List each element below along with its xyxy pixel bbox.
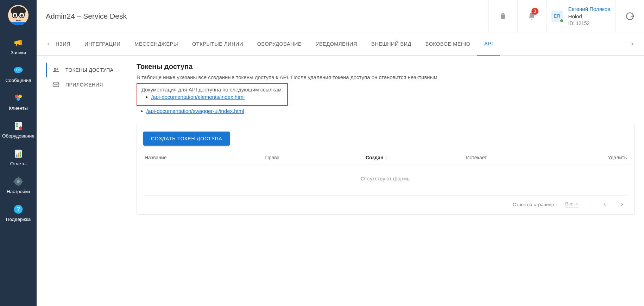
help-icon: ? [12, 203, 24, 215]
tab-notifications[interactable]: УВЕДОМЛЕНИЯ [309, 32, 364, 56]
main: Admin24 – Service Desk 3 ЕП Евгений Поля… [37, 0, 644, 306]
svg-rect-19 [16, 155, 18, 157]
logout-button[interactable] [615, 0, 644, 32]
doc-link-elements[interactable]: /api-documentation/elements/index.html [151, 94, 245, 100]
svg-rect-27 [21, 181, 23, 182]
mail-icon [52, 81, 61, 89]
doc-label: Документация для API доступна по следующ… [141, 87, 283, 93]
subnav-item-apps[interactable]: ПРИЛОЖЕНИЯ [46, 77, 137, 92]
page-title: Токены доступа [137, 63, 635, 71]
rows-per-page-label: Строк на странице: [513, 202, 555, 207]
svg-point-8 [16, 69, 17, 70]
content: Токены доступа В таблице ниже указаны вс… [137, 63, 635, 299]
sidebar-label: Сообщения [5, 78, 31, 83]
user-id: ID: 12152 [568, 20, 610, 27]
tab-messengers[interactable]: МЕССЕНДЖЕРЫ [127, 32, 185, 56]
sidebar-label: Поддержка [6, 217, 31, 222]
doc-highlight-box: Документация для API доступна по следующ… [137, 83, 288, 106]
rows-per-page-select[interactable]: Все [565, 201, 579, 208]
sidebar-item-clients[interactable]: Клиенты [0, 88, 37, 116]
tab-api[interactable]: API [477, 32, 500, 56]
notification-badge: 3 [531, 8, 538, 15]
svg-rect-24 [18, 177, 19, 178]
sidebar-item-tickets[interactable]: Заявки [0, 32, 37, 60]
col-delete: Удалить [567, 155, 627, 160]
svg-point-9 [18, 69, 19, 70]
chevron-down-icon [575, 202, 579, 206]
user-name-link[interactable]: Евгений Поляков [568, 5, 610, 13]
user-initials-avatar: ЕП [551, 11, 563, 22]
svg-point-4 [14, 14, 16, 17]
gear-icon [12, 176, 24, 187]
trash-icon [499, 12, 507, 20]
sidebar-label: Отчеты [10, 161, 27, 166]
page-prev-button[interactable] [601, 201, 608, 208]
svg-text:?: ? [17, 206, 20, 213]
tabs-scroll-left[interactable] [44, 42, 53, 46]
svg-rect-16 [16, 126, 18, 127]
tab-side-menu[interactable]: БОКОВОЕ МЕНЮ [418, 32, 477, 56]
create-token-button[interactable]: СОЗДАТЬ ТОКЕН ДОСТУПА [143, 132, 230, 146]
tokens-card: СОЗДАТЬ ТОКЕН ДОСТУПА Название Права Соз… [137, 125, 635, 215]
tabs-scroll-right[interactable] [627, 42, 637, 46]
svg-point-10 [19, 69, 20, 70]
sort-arrow-down-icon: ↓ [385, 155, 387, 160]
chevron-right-icon [630, 42, 634, 46]
subnav-label: ПРИЛОЖЕНИЯ [65, 82, 103, 88]
page-body: ТОКЕНЫ ДОСТУПА ПРИЛОЖЕНИЯ Токены доступа… [37, 56, 644, 306]
svg-rect-25 [18, 185, 19, 186]
chevron-left-icon [603, 202, 607, 206]
tab-partial[interactable]: НЗИЯ [53, 32, 77, 56]
subnav-label: ТОКЕНЫ ДОСТУПА [65, 67, 114, 73]
reports-icon [12, 148, 24, 160]
svg-point-5 [20, 14, 23, 17]
sidebar-item-messages[interactable]: Сообщения [0, 60, 37, 88]
page-description: В таблице ниже указаны все созданные ток… [137, 74, 635, 80]
svg-point-13 [17, 97, 20, 101]
chevron-right-icon [620, 202, 624, 206]
chevron-left-icon [46, 42, 51, 46]
svg-point-32 [56, 68, 58, 70]
svg-point-31 [54, 68, 56, 70]
sidebar-label: Настройки [7, 189, 30, 194]
app-title: Admin24 – Service Desk [37, 12, 488, 20]
svg-rect-15 [16, 123, 18, 125]
page-range: – [589, 202, 592, 207]
col-expires[interactable]: Истекает [466, 155, 566, 160]
svg-rect-21 [20, 152, 21, 157]
tab-appearance[interactable]: ВНЕШНИЙ ВИД [364, 32, 418, 56]
sidebar-label: Заявки [11, 50, 26, 55]
sidebar-item-settings[interactable]: Настройки [0, 171, 37, 199]
subnav: ТОКЕНЫ ДОСТУПА ПРИЛОЖЕНИЯ [46, 63, 137, 299]
pagination: Строк на странице: Все – [143, 196, 628, 211]
doc-link-swagger[interactable]: /api-documentation/swagger-ui/index.html [146, 108, 244, 114]
sidebar-item-reports[interactable]: Отчеты [0, 144, 37, 171]
user-avatar[interactable] [8, 5, 29, 25]
svg-point-23 [17, 180, 20, 183]
svg-rect-20 [18, 153, 19, 157]
sidebar-label: Клиенты [9, 106, 28, 111]
col-name[interactable]: Название [145, 155, 265, 160]
notifications-button[interactable]: 3 [517, 0, 546, 32]
sidebar-item-support[interactable]: ? Поддержка [0, 199, 37, 227]
table-header: Название Права Создан ↓ Истекает Удалить [143, 155, 628, 165]
user-block[interactable]: ЕП Евгений Поляков Holod ID: 12152 [546, 0, 615, 32]
empty-state: Отсутствуют формы [143, 165, 628, 196]
logout-icon [625, 12, 634, 21]
col-created[interactable]: Создан ↓ [366, 155, 466, 160]
sidebar-label: Оборудование [2, 133, 34, 139]
equipment-icon [12, 120, 24, 132]
trash-button[interactable] [488, 0, 517, 32]
col-rights[interactable]: Права [265, 155, 366, 160]
user-org: Holod [568, 13, 610, 20]
tab-equipment[interactable]: ОБОРУДОВАНИЕ [250, 32, 309, 56]
sidebar-item-equipment[interactable]: Оборудование [0, 116, 37, 144]
group-icon [52, 66, 61, 74]
subnav-item-tokens[interactable]: ТОКЕНЫ ДОСТУПА [46, 63, 137, 77]
tab-open-lines[interactable]: ОТКРЫТЫЕ ЛИНИИ [185, 32, 250, 56]
header: Admin24 – Service Desk 3 ЕП Евгений Поля… [37, 0, 644, 32]
svg-rect-6 [8, 22, 29, 25]
people-icon [12, 92, 24, 104]
page-next-button[interactable] [618, 201, 625, 208]
tab-integrations[interactable]: ИНТЕГРАЦИИ [77, 32, 127, 56]
